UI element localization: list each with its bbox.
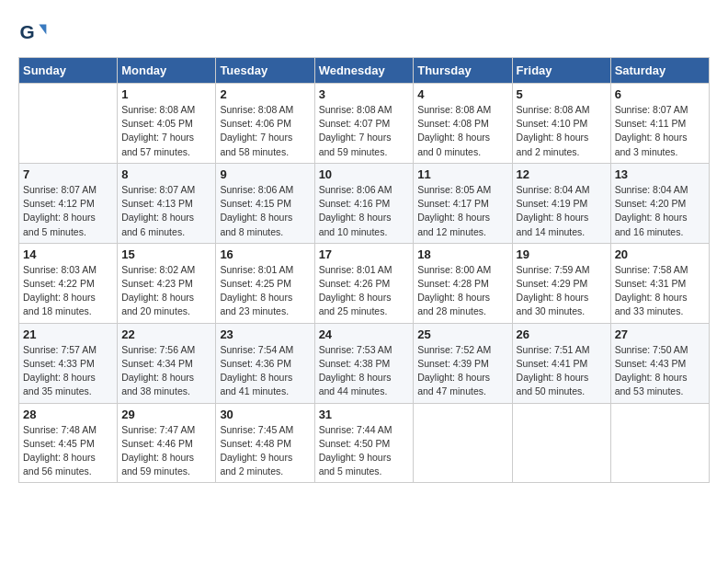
day-info: Sunrise: 8:08 AMSunset: 4:10 PMDaylight:…	[517, 103, 607, 159]
calendar-cell: 6Sunrise: 8:07 AMSunset: 4:11 PMDaylight…	[610, 84, 709, 164]
day-info: Sunrise: 8:08 AMSunset: 4:07 PMDaylight:…	[319, 103, 410, 159]
calendar-cell	[19, 84, 118, 164]
day-info: Sunrise: 8:01 AMSunset: 4:26 PMDaylight:…	[319, 263, 410, 319]
calendar-cell	[610, 403, 709, 483]
day-info: Sunrise: 7:58 AMSunset: 4:31 PMDaylight:…	[615, 263, 705, 319]
calendar-cell: 24Sunrise: 7:53 AMSunset: 4:38 PMDayligh…	[314, 323, 414, 403]
svg-text:G: G	[20, 21, 35, 42]
calendar-cell: 1Sunrise: 8:08 AMSunset: 4:05 PMDaylight…	[118, 84, 216, 164]
calendar-cell: 30Sunrise: 7:45 AMSunset: 4:48 PMDayligh…	[216, 403, 314, 483]
day-info: Sunrise: 7:51 AMSunset: 4:41 PMDaylight:…	[517, 343, 607, 399]
day-number: 17	[319, 247, 410, 261]
calendar-cell: 13Sunrise: 8:04 AMSunset: 4:20 PMDayligh…	[610, 163, 709, 243]
day-info: Sunrise: 8:05 AMSunset: 4:17 PMDaylight:…	[417, 183, 507, 239]
day-info: Sunrise: 8:08 AMSunset: 4:08 PMDaylight:…	[417, 103, 507, 159]
day-header-thursday: Thursday	[414, 58, 512, 84]
day-header-sunday: Sunday	[19, 58, 118, 84]
day-info: Sunrise: 7:45 AMSunset: 4:48 PMDaylight:…	[220, 423, 310, 479]
day-number: 28	[23, 408, 113, 421]
svg-marker-1	[39, 24, 46, 34]
calendar-cell: 16Sunrise: 8:01 AMSunset: 4:25 PMDayligh…	[216, 243, 314, 323]
day-number: 22	[121, 327, 211, 341]
calendar-cell: 7Sunrise: 8:07 AMSunset: 4:12 PMDaylight…	[19, 163, 118, 243]
calendar-cell: 11Sunrise: 8:05 AMSunset: 4:17 PMDayligh…	[414, 163, 512, 243]
calendar-cell	[512, 403, 610, 483]
calendar-cell: 3Sunrise: 8:08 AMSunset: 4:07 PMDaylight…	[314, 84, 414, 164]
day-info: Sunrise: 8:06 AMSunset: 4:15 PMDaylight:…	[220, 183, 310, 239]
day-info: Sunrise: 7:59 AMSunset: 4:29 PMDaylight:…	[517, 263, 607, 319]
day-number: 4	[417, 87, 507, 101]
calendar-cell: 29Sunrise: 7:47 AMSunset: 4:46 PMDayligh…	[118, 403, 216, 483]
day-info: Sunrise: 8:04 AMSunset: 4:19 PMDaylight:…	[517, 183, 607, 239]
day-info: Sunrise: 7:56 AMSunset: 4:34 PMDaylight:…	[121, 343, 211, 399]
day-number: 19	[517, 247, 607, 261]
calendar-cell: 19Sunrise: 7:59 AMSunset: 4:29 PMDayligh…	[512, 243, 610, 323]
logo-icon: G	[18, 18, 48, 48]
day-number: 2	[220, 87, 310, 101]
day-header-friday: Friday	[512, 58, 610, 84]
calendar-week-row: 28Sunrise: 7:48 AMSunset: 4:45 PMDayligh…	[19, 403, 710, 483]
day-number: 13	[615, 167, 705, 181]
day-info: Sunrise: 8:02 AMSunset: 4:23 PMDaylight:…	[121, 263, 211, 319]
day-info: Sunrise: 7:44 AMSunset: 4:50 PMDaylight:…	[319, 423, 410, 479]
calendar-cell: 23Sunrise: 7:54 AMSunset: 4:36 PMDayligh…	[216, 323, 314, 403]
day-info: Sunrise: 8:08 AMSunset: 4:05 PMDaylight:…	[121, 103, 211, 159]
day-number: 9	[220, 167, 310, 181]
calendar-week-row: 14Sunrise: 8:03 AMSunset: 4:22 PMDayligh…	[19, 243, 710, 323]
calendar-cell	[414, 403, 512, 483]
day-number: 1	[121, 87, 211, 101]
day-info: Sunrise: 7:53 AMSunset: 4:38 PMDaylight:…	[319, 343, 410, 399]
day-info: Sunrise: 8:06 AMSunset: 4:16 PMDaylight:…	[319, 183, 410, 239]
day-number: 23	[220, 327, 310, 341]
day-number: 24	[319, 327, 410, 341]
day-number: 6	[615, 87, 705, 101]
day-info: Sunrise: 7:52 AMSunset: 4:39 PMDaylight:…	[417, 343, 507, 399]
calendar-cell: 20Sunrise: 7:58 AMSunset: 4:31 PMDayligh…	[610, 243, 709, 323]
day-info: Sunrise: 8:03 AMSunset: 4:22 PMDaylight:…	[23, 263, 113, 319]
day-number: 26	[517, 327, 607, 341]
calendar-cell: 2Sunrise: 8:08 AMSunset: 4:06 PMDaylight…	[216, 84, 314, 164]
day-info: Sunrise: 8:07 AMSunset: 4:12 PMDaylight:…	[23, 183, 113, 239]
calendar-cell: 27Sunrise: 7:50 AMSunset: 4:43 PMDayligh…	[610, 323, 709, 403]
day-number: 27	[615, 327, 705, 341]
calendar-cell: 18Sunrise: 8:00 AMSunset: 4:28 PMDayligh…	[414, 243, 512, 323]
day-info: Sunrise: 8:04 AMSunset: 4:20 PMDaylight:…	[615, 183, 705, 239]
day-number: 5	[517, 87, 607, 101]
calendar-cell: 21Sunrise: 7:57 AMSunset: 4:33 PMDayligh…	[19, 323, 118, 403]
calendar-cell: 15Sunrise: 8:02 AMSunset: 4:23 PMDayligh…	[118, 243, 216, 323]
day-number: 29	[121, 408, 211, 421]
day-number: 30	[220, 408, 310, 421]
day-number: 20	[615, 247, 705, 261]
calendar-cell: 25Sunrise: 7:52 AMSunset: 4:39 PMDayligh…	[414, 323, 512, 403]
calendar-cell: 14Sunrise: 8:03 AMSunset: 4:22 PMDayligh…	[19, 243, 118, 323]
day-info: Sunrise: 7:47 AMSunset: 4:46 PMDaylight:…	[121, 423, 211, 479]
calendar-header-row: SundayMondayTuesdayWednesdayThursdayFrid…	[19, 58, 710, 84]
day-number: 12	[517, 167, 607, 181]
day-number: 31	[319, 408, 410, 421]
day-info: Sunrise: 7:48 AMSunset: 4:45 PMDaylight:…	[23, 423, 113, 479]
calendar-cell: 8Sunrise: 8:07 AMSunset: 4:13 PMDaylight…	[118, 163, 216, 243]
calendar-week-row: 7Sunrise: 8:07 AMSunset: 4:12 PMDaylight…	[19, 163, 710, 243]
day-number: 11	[417, 167, 507, 181]
day-info: Sunrise: 8:01 AMSunset: 4:25 PMDaylight:…	[220, 263, 310, 319]
day-header-monday: Monday	[118, 58, 216, 84]
day-number: 18	[417, 247, 507, 261]
calendar-cell: 28Sunrise: 7:48 AMSunset: 4:45 PMDayligh…	[19, 403, 118, 483]
day-info: Sunrise: 8:07 AMSunset: 4:13 PMDaylight:…	[121, 183, 211, 239]
calendar-cell: 9Sunrise: 8:06 AMSunset: 4:15 PMDaylight…	[216, 163, 314, 243]
calendar-cell: 31Sunrise: 7:44 AMSunset: 4:50 PMDayligh…	[314, 403, 414, 483]
day-number: 8	[121, 167, 211, 181]
day-info: Sunrise: 7:50 AMSunset: 4:43 PMDaylight:…	[615, 343, 705, 399]
calendar-cell: 4Sunrise: 8:08 AMSunset: 4:08 PMDaylight…	[414, 84, 512, 164]
day-number: 3	[319, 87, 410, 101]
day-info: Sunrise: 7:54 AMSunset: 4:36 PMDaylight:…	[220, 343, 310, 399]
calendar-cell: 12Sunrise: 8:04 AMSunset: 4:19 PMDayligh…	[512, 163, 610, 243]
calendar-week-row: 21Sunrise: 7:57 AMSunset: 4:33 PMDayligh…	[19, 323, 710, 403]
day-number: 16	[220, 247, 310, 261]
day-info: Sunrise: 8:07 AMSunset: 4:11 PMDaylight:…	[615, 103, 705, 159]
day-number: 7	[23, 167, 113, 181]
day-number: 21	[23, 327, 113, 341]
day-header-saturday: Saturday	[610, 58, 709, 84]
calendar-week-row: 1Sunrise: 8:08 AMSunset: 4:05 PMDaylight…	[19, 84, 710, 164]
calendar-cell: 26Sunrise: 7:51 AMSunset: 4:41 PMDayligh…	[512, 323, 610, 403]
